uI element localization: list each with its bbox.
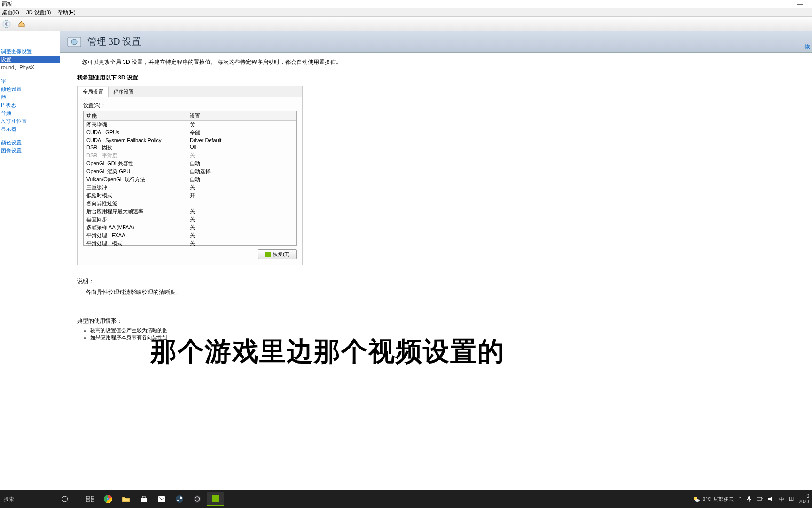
svg-rect-24 <box>757 497 762 500</box>
col-feature: 功能 <box>84 111 187 120</box>
table-row[interactable]: 平滑处理 - FXAA关 <box>84 231 296 239</box>
taskbar-search[interactable]: 搜索 <box>0 496 56 503</box>
svg-point-2 <box>71 39 77 45</box>
settings-grid: 功能 设置 图形增强关 CUDA - GPUs全部 CUDA - Sysmem … <box>83 111 297 246</box>
chrome-icon[interactable] <box>100 492 117 506</box>
ime-lang[interactable]: 中 <box>779 496 784 503</box>
table-row[interactable]: 后台应用程序最大帧速率关 <box>84 207 296 215</box>
table-row[interactable]: OpenGL 渲染 GPU自动选择 <box>84 167 296 175</box>
sidebar-item-p-state[interactable]: P 状态 <box>0 101 60 109</box>
taskbar: 搜索 8°C 局部多云 ˄ 中 田 0 2023 <box>0 490 812 508</box>
svg-point-11 <box>107 498 109 500</box>
usage-head: 典型的使用情形： <box>77 317 795 325</box>
explain-head: 说明： <box>77 278 795 286</box>
tray-chevron-icon[interactable]: ˄ <box>739 496 742 502</box>
sidebar-item-color[interactable]: 颜色设置 <box>0 85 60 93</box>
back-button[interactable] <box>1 18 12 30</box>
svg-rect-22 <box>748 496 750 500</box>
svg-rect-5 <box>91 496 94 499</box>
section-label: 我希望使用以下 3D 设置： <box>77 74 795 82</box>
svg-point-16 <box>177 500 179 501</box>
weather-temp: 8°C <box>703 496 711 502</box>
header-icon <box>66 33 83 50</box>
sidebar-item-physx[interactable]: round、PhysX <box>0 64 60 71</box>
usage-item: 较高的设置值会产生较为清晰的图 <box>90 327 795 334</box>
minimize-button[interactable]: — <box>797 0 812 8</box>
table-row[interactable]: CUDA - GPUs全部 <box>84 129 296 137</box>
sidebar-item-display[interactable]: 显示器 <box>0 125 60 133</box>
menu-bar: 桌面(K) 3D 设置(3) 帮助(H) <box>0 8 812 17</box>
svg-point-21 <box>695 499 700 502</box>
settings-grid-body[interactable]: 图形增强关 CUDA - GPUs全部 CUDA - Sysmem Fallba… <box>84 121 296 246</box>
sidebar-item-size-pos[interactable]: 尺寸和位置 <box>0 117 60 125</box>
sidebar-item-audio[interactable]: 音频 <box>0 109 60 117</box>
weather-widget[interactable]: 8°C 局部多云 <box>692 495 734 503</box>
table-row: DSR - 平滑度关 <box>84 151 296 159</box>
clock[interactable]: 0 2023 <box>799 493 809 505</box>
table-row[interactable]: 平滑处理 - 模式关 <box>84 239 296 246</box>
title-bar: 面板 — <box>0 0 812 8</box>
store-icon[interactable] <box>135 492 152 506</box>
svg-point-0 <box>3 20 10 28</box>
svg-point-15 <box>180 497 182 499</box>
tab-program[interactable]: 程序设置 <box>108 87 139 97</box>
home-button[interactable] <box>16 18 27 30</box>
volume-icon[interactable] <box>768 496 774 502</box>
toolbar <box>0 17 812 31</box>
network-icon[interactable] <box>757 496 763 502</box>
menu-desktop[interactable]: 桌面(K) <box>2 9 19 15</box>
menu-3d-settings[interactable]: 3D 设置(3) <box>26 9 51 15</box>
table-row[interactable]: Vulkan/OpenGL 现行方法自动 <box>84 175 296 183</box>
content-area: 您可以更改全局 3D 设置，并建立特定程序的置换值。 每次这些特定程序启动时，都… <box>60 53 812 490</box>
restore-defaults-link[interactable]: 恢 <box>805 43 810 50</box>
svg-rect-6 <box>86 500 89 502</box>
steam-icon[interactable] <box>171 492 188 506</box>
sidebar-item-color2[interactable]: 颜色设置 <box>0 139 60 147</box>
microphone-icon[interactable] <box>746 496 752 502</box>
nvidia-icon <box>265 252 271 257</box>
page-header: 管理 3D 设置 恢 <box>60 31 812 53</box>
page-description: 您可以更改全局 3D 设置，并建立特定程序的置换值。 每次这些特定程序启动时，都… <box>82 58 795 66</box>
ime-input[interactable]: 田 <box>789 496 794 503</box>
table-row[interactable]: OpenGL GDI 兼容性自动 <box>84 159 296 167</box>
sidebar-item-rate[interactable]: 率 <box>0 77 60 85</box>
weather-desc: 局部多云 <box>713 496 734 503</box>
table-row[interactable]: 图形增强关 <box>84 121 296 129</box>
table-row[interactable]: 低延时模式开 <box>84 191 296 199</box>
nvidia-icon[interactable] <box>207 492 224 506</box>
weather-icon <box>692 495 701 503</box>
explain-text: 各向异性纹理过滤影响纹理的清晰度。 <box>77 288 795 296</box>
svg-point-14 <box>176 495 183 503</box>
table-row[interactable]: 各向异性过滤 <box>84 199 296 207</box>
svg-rect-12 <box>141 498 147 502</box>
table-row[interactable]: DSR - 因数Off <box>84 143 296 151</box>
mail-icon[interactable] <box>153 492 170 506</box>
svg-rect-7 <box>91 500 94 502</box>
settings-label: 设置(S)： <box>83 102 297 109</box>
col-setting: 设置 <box>187 111 296 120</box>
svg-rect-19 <box>212 495 219 502</box>
window-title: 面板 <box>2 0 12 8</box>
tabs: 全局设置 程序设置 <box>78 86 302 97</box>
menu-help[interactable]: 帮助(H) <box>58 9 75 15</box>
page-title: 管理 3D 设置 <box>87 35 141 48</box>
table-row[interactable]: 多帧采样 AA (MFAA)关 <box>84 223 296 231</box>
table-row[interactable]: CUDA - Sysmem Fallback PolicyDriver Defa… <box>84 137 296 143</box>
tab-global[interactable]: 全局设置 <box>78 87 109 97</box>
sidebar-item-image2[interactable]: 图像设置 <box>0 147 60 155</box>
restore-button[interactable]: 恢复(T) <box>258 249 297 259</box>
table-row[interactable]: 垂直同步关 <box>84 215 296 223</box>
obs-icon[interactable] <box>189 492 206 506</box>
cortana-icon[interactable] <box>56 492 73 506</box>
svg-point-3 <box>62 496 68 502</box>
usage-item: 如果应用程序本身带有各向异性过 <box>90 334 795 341</box>
sidebar-item-image-adjust[interactable]: 调整图像设置 <box>0 48 60 56</box>
table-row[interactable]: 三重缓冲关 <box>84 183 296 191</box>
sidebar-item-settings[interactable]: 设置 <box>0 56 60 64</box>
explanation: 说明： 各向异性纹理过滤影响纹理的清晰度。 <box>77 278 795 296</box>
task-view-icon[interactable] <box>82 492 99 506</box>
sidebar: 调整图像设置 设置 round、PhysX 率 颜色设置 器 P 状态 音频 尺… <box>0 31 60 490</box>
explorer-icon[interactable] <box>117 492 134 506</box>
sidebar-item-device[interactable]: 器 <box>0 93 60 101</box>
settings-panel: 全局设置 程序设置 设置(S)： 功能 设置 图形增强关 CUDA - GPUs… <box>77 86 303 265</box>
